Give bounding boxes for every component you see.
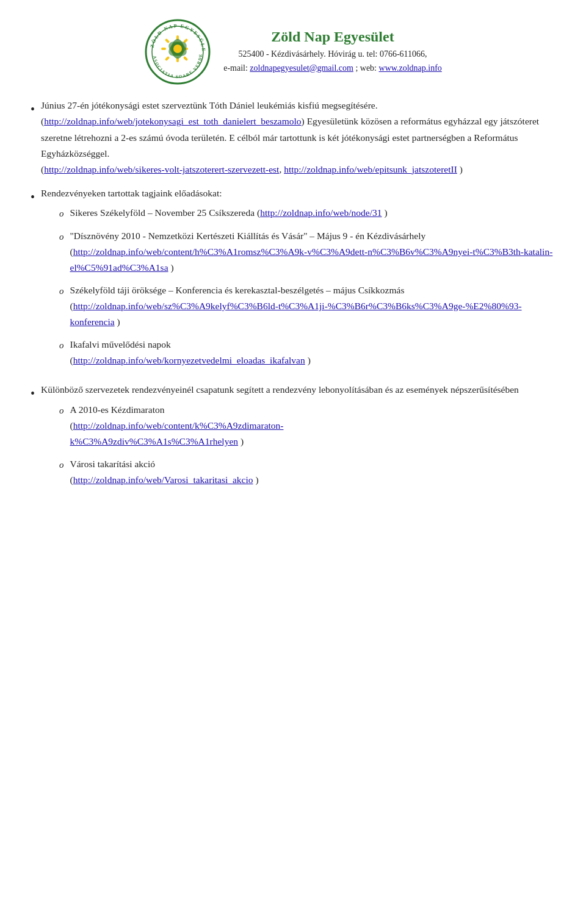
sub-content-3-1: A 2010-es Kézdimaraton (http://zoldnap.i… (70, 402, 555, 450)
sub-content-2-3: Székelyföld táji öröksége – Konferencia … (70, 282, 555, 331)
address-text: 525400 - Kézdivásárhely. Hóvirág u. tel:… (238, 49, 427, 59)
page-header: ZÖLD NAP EGYESÜLET ASOCIATIA SOARE VERDE… (31, 18, 555, 85)
main-list: • Június 27-én jótékonysági estet szerve… (31, 98, 555, 494)
list-item-2-content: Rendezvényeken tartottak tagjaink előadá… (41, 185, 555, 375)
sub-content-3-2: Városi takarítási akció (http://zoldnap.… (70, 456, 555, 489)
o-bullet-4: o (59, 338, 64, 354)
sub-item-2-3: o Székelyföld táji öröksége – Konferenci… (41, 282, 555, 331)
link-szekelyfold[interactable]: http://zoldnap.info/web/sz%C3%A9kelyf%C3… (70, 301, 522, 327)
link-takari[interactable]: http://zoldnap.info/web/Varosi_takaritas… (73, 475, 253, 485)
o-bullet-3: o (59, 284, 64, 299)
sub-list-2: o Sikeres Székelyföld – November 25 Csík… (41, 205, 555, 368)
bullet-icon-2: • (31, 187, 35, 207)
svg-point-16 (173, 45, 182, 53)
sub-item-3-1: o A 2010-es Kézdimaraton (http://zoldnap… (41, 402, 555, 450)
o-bullet-2: o (59, 229, 64, 245)
web-link[interactable]: www.zoldnap.info (379, 63, 442, 73)
bullet3-intro: Különböző szervezetek rendezvényeinél cs… (41, 384, 519, 395)
sub-2-4-text: Ikafalvi művelődési napok (70, 339, 171, 349)
sub-2-3-text: Székelyföld táji öröksége – Konferencia … (70, 285, 405, 295)
sub-2-1-text: Sikeres Székelyföld – November 25 Csíksz… (70, 207, 255, 218)
o-bullet-5: o (59, 403, 64, 419)
web-label: ; web: (355, 63, 377, 73)
link-maraton[interactable]: http://zoldnap.info/web/content/k%C3%A9z… (70, 420, 284, 446)
email-label: e-mail: (223, 63, 248, 73)
sub-3-2-text: Városi takarítási akció (70, 459, 155, 469)
header-text-block: Zöld Nap Egyesület 525400 - Kézdivásárhe… (223, 29, 442, 75)
bullet-icon-1: • (31, 99, 35, 120)
bullet2-intro: Rendezvényeken tartottak tagjaink előadá… (41, 188, 222, 198)
sub-item-3-2: o Városi takarítási akció (http://zoldna… (41, 456, 555, 489)
list-item-3-content: Különböző szervezetek rendezvényeinél cs… (41, 382, 555, 494)
bullet1-text: Június 27-én jótékonysági estet szervezt… (41, 100, 378, 110)
bullet-icon-3: • (31, 383, 35, 404)
link-disnov[interactable]: http://zoldnap.info/web/content/h%C3%A1r… (70, 246, 553, 273)
link-ikafalvi[interactable]: http://zoldnap.info/web/kornyezetvedelmi… (73, 355, 305, 365)
o-bullet-1: o (59, 206, 64, 222)
sub-item-2-1: o Sikeres Székelyföld – November 25 Csík… (41, 205, 555, 222)
sub-2-2-text: "Dísznövény 2010 - Nemzetközi Kertészeti… (70, 231, 426, 241)
sub-item-2-4: o Ikafalvi művelődési napok (http://zold… (41, 337, 555, 369)
link-epitsunk[interactable]: http://zoldnap.info/web/epitsunk_jatszot… (284, 164, 457, 174)
list-item-1: • Június 27-én jótékonysági estet szerve… (31, 98, 555, 178)
main-content: • Június 27-én jótékonysági estet szerve… (31, 98, 555, 494)
sub-content-2-4: Ikafalvi művelődési napok (http://zoldna… (70, 337, 555, 369)
svg-rect-7 (161, 48, 166, 50)
o-bullet-6: o (59, 457, 64, 473)
link-beszamolo[interactable]: http://zoldnap.info/web/jotekonysagi_est… (44, 116, 301, 126)
list-item-1-content: Június 27-én jótékonysági estet szervezt… (41, 98, 555, 178)
list-item-3: • Különböző szervezetek rendezvényeinél … (31, 382, 555, 494)
list-item-2: • Rendezvényeken tartottak tagjaink előa… (31, 185, 555, 375)
logo-icon: ZÖLD NAP EGYESÜLET ASOCIATIA SOARE VERDE (144, 18, 211, 85)
sub-list-3: o A 2010-es Kézdimaraton (http://zoldnap… (41, 402, 555, 489)
header-address: 525400 - Kézdivásárhely. Hóvirág u. tel:… (223, 48, 442, 75)
email-link[interactable]: zoldnapegyesulet@gmail.com (250, 63, 353, 73)
sub-item-2-2: o "Dísznövény 2010 - Nemzetközi Kertésze… (41, 228, 555, 276)
org-title: Zöld Nap Egyesület (223, 29, 442, 45)
link-node31[interactable]: http://zoldnap.info/web/node/31 (260, 207, 382, 218)
sub-content-2-1: Sikeres Székelyföld – November 25 Csíksz… (70, 205, 555, 221)
link-sikeres[interactable]: http://zoldnap.info/web/sikeres-volt-jat… (44, 164, 279, 174)
sub-content-2-2: "Dísznövény 2010 - Nemzetközi Kertészeti… (70, 228, 555, 276)
sub-3-1-text: A 2010-es Kézdimaraton (70, 404, 165, 415)
